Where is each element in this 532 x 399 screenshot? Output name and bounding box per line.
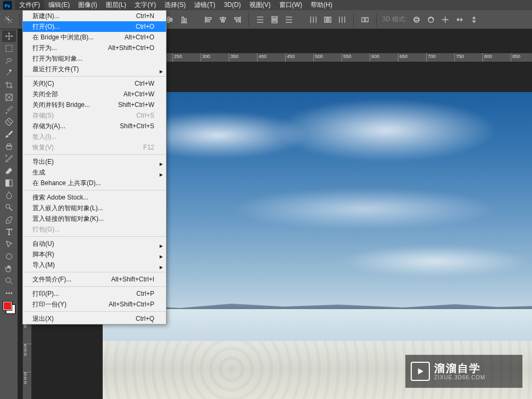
svg-rect-38 <box>362 18 364 22</box>
ruler-tick: 550 <box>23 372 31 372</box>
ruler-tick: 350 <box>229 53 229 62</box>
menu-item[interactable]: 打印一份(Y)Alt+Shift+Ctrl+P <box>23 299 166 310</box>
zoom-tool-icon[interactable] <box>2 275 16 287</box>
foreground-color[interactable] <box>3 302 12 310</box>
align-left-icon[interactable] <box>202 13 215 26</box>
menu-image[interactable]: 图像(I) <box>74 0 101 10</box>
patch-tool-icon[interactable] <box>2 116 16 128</box>
pen-tool-icon[interactable] <box>2 214 16 226</box>
svg-point-40 <box>414 17 419 22</box>
menu-item[interactable]: 搜索 Adobe Stock... <box>23 192 166 203</box>
pan-3d-icon[interactable] <box>438 13 452 26</box>
svg-rect-24 <box>272 19 277 20</box>
frame-tool-icon[interactable] <box>2 92 16 103</box>
blur-tool-icon[interactable] <box>2 189 16 201</box>
history-brush-tool-icon[interactable] <box>2 153 16 164</box>
menu-item[interactable]: 最近打开文件(T) <box>23 64 166 74</box>
menu-item[interactable]: 导入(M) <box>23 260 166 270</box>
shape-tool-icon[interactable] <box>2 251 16 262</box>
play-icon <box>411 362 430 381</box>
edit-toolbar-icon[interactable] <box>2 287 16 299</box>
lasso-tool-icon[interactable] <box>2 55 16 66</box>
menu-item[interactable]: 置入链接的智能对象(K)... <box>23 213 166 224</box>
align-group-2 <box>202 13 244 26</box>
ruler-tick: 800 <box>483 53 483 62</box>
menu-item[interactable]: 脚本(R) <box>23 249 166 260</box>
eraser-tool-icon[interactable] <box>2 165 16 177</box>
menu-item[interactable]: 打印(P)...Ctrl+P <box>23 288 166 299</box>
dist-hcenter-icon[interactable] <box>321 13 335 26</box>
path-select-tool-icon[interactable] <box>2 238 16 250</box>
menu-edit[interactable]: 编辑(E) <box>44 0 74 10</box>
menu-item-label: 搜索 Adobe Stock... <box>32 193 88 202</box>
menu-item[interactable]: 在 Behance 上共享(D)... <box>23 178 166 188</box>
svg-rect-34 <box>329 17 331 22</box>
color-swatch[interactable] <box>3 302 15 313</box>
cloud <box>231 188 497 230</box>
svg-rect-39 <box>365 18 368 22</box>
dist-top-icon[interactable] <box>253 13 267 26</box>
menu-item[interactable]: 关闭(C)Ctrl+W <box>23 78 166 89</box>
menu-item[interactable]: 关闭全部Alt+Ctrl+W <box>23 89 166 99</box>
ruler-tick: 500 <box>313 53 314 62</box>
menu-type[interactable]: 文字(Y) <box>130 0 160 10</box>
orbit-3d-icon[interactable] <box>410 13 423 26</box>
ruler-tick: 650 <box>398 53 398 62</box>
roll-3d-icon[interactable] <box>424 13 438 26</box>
menu-item-shortcut: Alt+Shift+Ctrl+I <box>111 276 154 283</box>
slide-3d-icon[interactable] <box>453 13 467 26</box>
menu-window[interactable]: 窗口(W) <box>275 0 306 10</box>
menu-item-label: 退出(X) <box>32 314 54 323</box>
svg-point-41 <box>414 19 419 21</box>
menu-item[interactable]: 打开(O)...Ctrl+O <box>23 21 166 32</box>
clone-stamp-tool-icon[interactable] <box>2 140 16 152</box>
menu-item-shortcut: F12 <box>143 144 154 151</box>
menu-item[interactable]: 打开为智能对象... <box>23 53 166 64</box>
move-tool-icon[interactable] <box>2 30 16 42</box>
dist-bottom-icon[interactable] <box>282 13 296 26</box>
type-tool-icon[interactable] <box>2 226 16 238</box>
eyedropper-tool-icon[interactable] <box>2 104 16 115</box>
menu-item[interactable]: 退出(X)Ctrl+Q <box>23 313 166 324</box>
menu-item[interactable]: 在 Bridge 中浏览(B)...Alt+Ctrl+O <box>23 32 166 43</box>
menu-item[interactable]: 导出(E) <box>23 156 166 167</box>
current-tool-icon[interactable] <box>2 13 15 26</box>
zoom-3d-icon[interactable] <box>467 13 481 26</box>
svg-rect-23 <box>272 16 277 18</box>
gradient-tool-icon[interactable] <box>2 177 16 189</box>
watermark-title: 溜溜自学 <box>434 362 485 375</box>
menu-filter[interactable]: 滤镜(T) <box>190 0 219 10</box>
menu-item-label: 生成 <box>32 168 45 177</box>
dist-vcenter-icon[interactable] <box>268 13 281 26</box>
menu-view[interactable]: 视图(V) <box>245 0 275 10</box>
menu-item[interactable]: 生成 <box>23 167 166 178</box>
dist-left-icon[interactable] <box>306 13 320 26</box>
menu-item[interactable]: 置入嵌入的智能对象(L)... <box>23 203 166 213</box>
align-bottom-icon[interactable] <box>177 13 191 26</box>
menu-item[interactable]: 文件简介(F)...Alt+Shift+Ctrl+I <box>23 274 166 285</box>
menu-item[interactable]: 自动(U) <box>23 238 166 249</box>
menu-3d[interactable]: 3D(D) <box>220 0 245 10</box>
menu-item[interactable]: 打开为...Alt+Shift+Ctrl+O <box>23 43 166 53</box>
align-right-icon[interactable] <box>230 13 244 26</box>
menu-item-shortcut: Ctrl+W <box>135 80 154 87</box>
dist-right-icon[interactable] <box>335 13 349 26</box>
auto-align-icon[interactable] <box>358 13 372 26</box>
distribute-group-1 <box>253 13 296 26</box>
menu-select[interactable]: 选择(S) <box>160 0 190 10</box>
menu-item[interactable]: 新建(N)...Ctrl+N <box>23 11 166 21</box>
hand-tool-icon[interactable] <box>2 263 16 275</box>
align-hcenter-icon[interactable] <box>216 13 230 26</box>
menu-item[interactable]: 关闭并转到 Bridge...Shift+Ctrl+W <box>23 99 166 110</box>
marquee-tool-icon[interactable] <box>2 43 16 54</box>
brush-tool-icon[interactable] <box>2 128 16 140</box>
menu-layer[interactable]: 图层(L) <box>102 0 131 10</box>
svg-point-56 <box>8 293 9 294</box>
magic-wand-tool-icon[interactable] <box>2 67 16 79</box>
menu-help[interactable]: 帮助(H) <box>306 0 337 10</box>
crop-tool-icon[interactable] <box>2 79 16 91</box>
dodge-tool-icon[interactable] <box>2 202 16 213</box>
document-canvas[interactable] <box>103 92 532 399</box>
menu-file[interactable]: 文件(F) <box>15 0 44 10</box>
menu-item[interactable]: 存储为(A)...Shift+Ctrl+S <box>23 121 166 131</box>
